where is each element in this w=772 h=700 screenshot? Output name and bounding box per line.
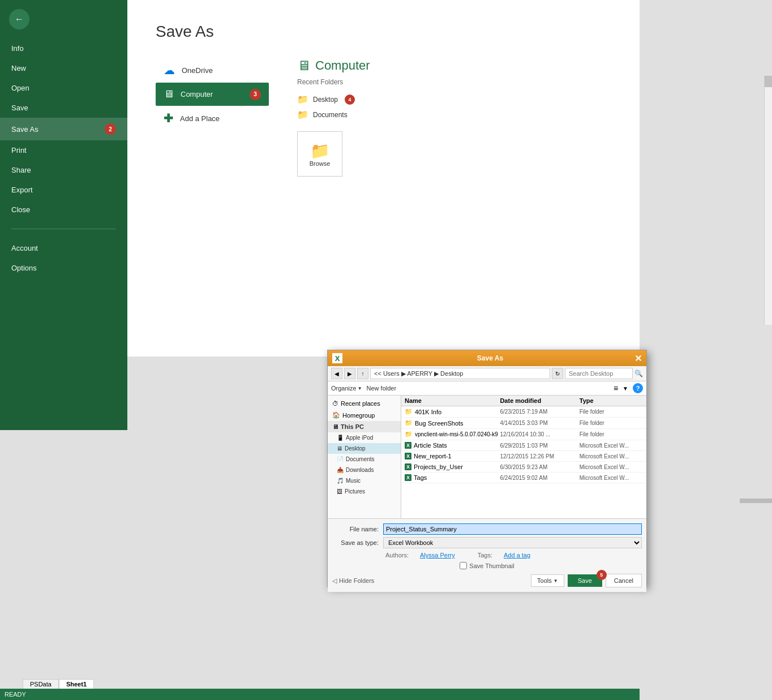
files-header: Name Date modified Type [401, 396, 646, 406]
save-thumbnail-label: Save Thumbnail [469, 562, 514, 569]
menu-item-print[interactable]: Print [0, 140, 127, 160]
menu-item-save[interactable]: Save [0, 98, 127, 118]
sheet-tab-sheet1[interactable]: Sheet1 [59, 679, 94, 689]
dialog-sidebar: ⏱Recent places 🏠Homegroup 🖥This PC 📱Appl… [328, 396, 401, 518]
sidebar-this-pc[interactable]: 🖥This PC [328, 421, 401, 432]
view-dropdown-button[interactable]: ▼ [623, 385, 628, 392]
dialog-close-button[interactable]: ✕ [634, 353, 642, 364]
save-as-dialog: X Save As ✕ ◀ ▶ ↑ << Users ▶ APERRY ▶ De… [327, 350, 647, 587]
location-list: ☁ OneDrive 🖥 Computer 3 ✚ Add a Place [156, 58, 269, 177]
file-row-new-report[interactable]: XNew_report-1 12/12/2015 12:26 PM Micros… [401, 451, 646, 462]
save-as-panel: Save As ☁ OneDrive 🖥 Computer 3 ✚ Add a … [127, 0, 640, 357]
location-add-place[interactable]: ✚ Add a Place [156, 106, 269, 131]
search-input[interactable] [565, 368, 633, 379]
dialog-title-text: Save As [346, 354, 634, 362]
file-row-projects-by-user[interactable]: XProjects_by_User 6/30/2015 9:23 AM Micr… [401, 462, 646, 473]
savetype-select[interactable]: Excel Workbook [383, 537, 642, 548]
sheet-tab-psdata[interactable]: PSData [23, 679, 59, 689]
menu-item-save-as[interactable]: Save As 2 [0, 118, 127, 140]
status-bar: READY [0, 689, 640, 700]
tags-label: Tags: [478, 552, 492, 559]
file-menu-panel: ← Info New Open Save Save As 2 Print Sha… [0, 0, 127, 430]
save-as-title: Save As [156, 23, 611, 41]
menu-item-close[interactable]: Close [0, 200, 127, 220]
vertical-scrollbar[interactable] [764, 76, 772, 325]
sidebar-desktop[interactable]: 🖥Desktop [328, 443, 401, 454]
folder-desktop[interactable]: 📁 Desktop 4 [297, 92, 370, 107]
hide-folders-button[interactable]: ◁Hide Folders [332, 577, 374, 585]
view-toggle-button[interactable]: ≡ [614, 384, 618, 393]
file-row-bug-screenshots[interactable]: 📁Bug ScreenShots 4/14/2015 3:03 PM File … [401, 418, 646, 429]
back-button[interactable]: ← [9, 9, 29, 29]
file-row-vpnclient[interactable]: 📁vpnclient-win-msi-5.0.07.0240-k9 12/16/… [401, 429, 646, 440]
status-text: READY [5, 691, 26, 698]
location-computer[interactable]: 🖥 Computer 3 [156, 83, 269, 106]
file-row-401k[interactable]: 📁401K Info 6/23/2015 7:19 AM File folder [401, 406, 646, 418]
dialog-title-bar: X Save As ✕ [328, 350, 646, 366]
menu-item-account[interactable]: Account [0, 238, 127, 258]
sidebar-apple-ipod[interactable]: 📱Apple iPod [328, 432, 401, 443]
new-folder-button[interactable]: New folder [367, 385, 397, 392]
filename-input[interactable] [383, 523, 642, 535]
folder-documents[interactable]: 📁 Documents [297, 107, 370, 122]
menu-item-open[interactable]: Open [0, 78, 127, 98]
nav-up-button[interactable]: ↑ [357, 368, 368, 379]
authors-value: Alyssa Perry [420, 552, 455, 559]
menu-item-info[interactable]: Info [0, 38, 127, 58]
menu-item-share[interactable]: Share [0, 160, 127, 180]
sheet-tabs: PSData Sheet1 [23, 677, 94, 689]
files-area: Name Date modified Type 📁401K Info 6/23/… [401, 396, 646, 518]
nav-forward-button[interactable]: ▶ [344, 368, 355, 379]
refresh-button[interactable]: ↻ [552, 368, 563, 379]
sidebar-documents[interactable]: 📄Documents [328, 454, 401, 465]
tools-button[interactable]: Tools ▼ [531, 574, 564, 587]
savetype-label: Save as type: [332, 539, 383, 546]
sidebar-music[interactable]: 🎵Music [328, 475, 401, 486]
add-tag-link[interactable]: Add a tag [504, 552, 530, 559]
file-row-article-stats[interactable]: XArticle Stats 6/29/2015 1:03 PM Microso… [401, 440, 646, 451]
help-button[interactable]: ? [633, 383, 643, 393]
computer-title: Computer [315, 58, 370, 73]
authors-label: Authors: [385, 552, 409, 559]
save-button[interactable]: Save 5 [568, 574, 602, 587]
file-row-tags[interactable]: XTags 6/24/2015 9:02 AM Microsoft Excel … [401, 473, 646, 483]
sidebar-homegroup[interactable]: 🏠Homegroup [328, 409, 401, 421]
sidebar-recent-places[interactable]: ⏱Recent places [328, 398, 401, 409]
save-thumbnail-checkbox[interactable] [460, 562, 467, 569]
menu-item-export[interactable]: Export [0, 180, 127, 200]
computer-section: 🖥 Computer Recent Folders 📁 Desktop 4 📁 … [297, 58, 370, 177]
nav-back-button[interactable]: ◀ [331, 368, 342, 379]
sidebar-pictures[interactable]: 🖼Pictures [328, 486, 401, 497]
recent-folders-label: Recent Folders [297, 78, 370, 86]
filename-label: File name: [332, 526, 383, 532]
dialog-address-bar: ◀ ▶ ↑ << Users ▶ APERRY ▶ Desktop ↻ 🔍 [328, 366, 646, 381]
location-onedrive[interactable]: ☁ OneDrive [156, 58, 269, 83]
menu-item-new[interactable]: New [0, 58, 127, 78]
address-path-input[interactable]: << Users ▶ APERRY ▶ Desktop [370, 368, 550, 379]
dialog-toolbar: Organize ▼ New folder ≡ ▼ ? [328, 381, 646, 396]
browse-button[interactable]: 📁 Browse [297, 131, 342, 177]
sidebar-downloads[interactable]: 📥Downloads [328, 465, 401, 475]
dialog-footer: File name: Save as type: Excel Workbook … [328, 519, 646, 592]
cancel-button[interactable]: Cancel [606, 574, 642, 587]
menu-item-options[interactable]: Options [0, 258, 127, 278]
organize-button[interactable]: Organize ▼ [331, 385, 362, 392]
